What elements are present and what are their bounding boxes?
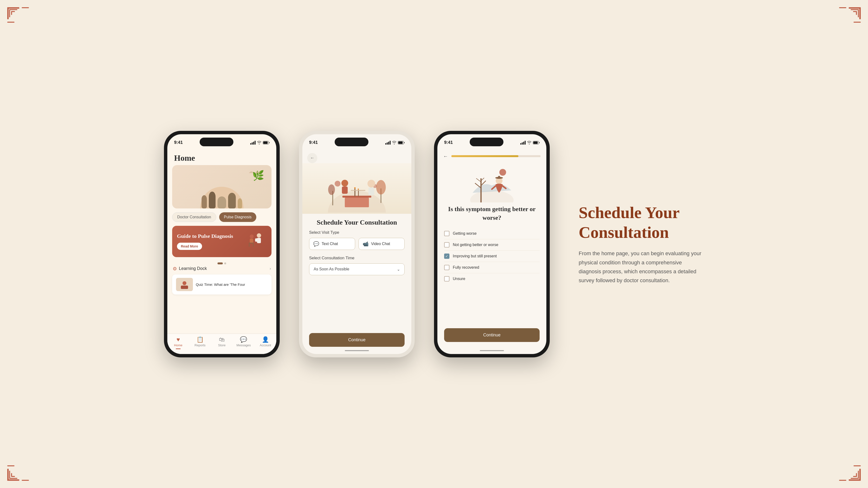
phone2-wifi-icon <box>392 141 396 144</box>
consultation-time-label: Select Consultation Time <box>309 256 405 261</box>
corner-tr-decoration <box>830 5 863 38</box>
nav-home[interactable]: ♥ Home <box>167 337 189 349</box>
quiz-card[interactable]: Quiz Time: What are 'The Four <box>172 274 272 294</box>
battery-icon <box>263 141 270 144</box>
svg-rect-12 <box>850 9 859 10</box>
phone3-dynamic-island <box>470 138 503 146</box>
messages-nav-icon: 💬 <box>240 337 247 343</box>
nav-messages[interactable]: 💬 Messages <box>233 337 254 349</box>
phone-3-screen: 9:41 <box>437 134 546 354</box>
svg-rect-11 <box>839 7 846 8</box>
guide-title: Guide to Pulse Diagnosis <box>177 233 241 240</box>
svg-rect-26 <box>854 465 861 466</box>
option-not-getting-better[interactable]: Not getting better or worse <box>444 239 539 251</box>
svg-rect-21 <box>9 478 18 479</box>
progress-bar-container: ← <box>437 150 546 159</box>
dot-1 <box>217 262 223 264</box>
phone3-battery-icon <box>533 141 539 144</box>
vase-4 <box>228 193 236 208</box>
svg-rect-1 <box>7 7 9 19</box>
learning-dock-more[interactable]: › <box>270 266 271 271</box>
svg-rect-10 <box>854 22 861 23</box>
hero-vases <box>202 192 242 208</box>
video-chat-label: Video Chat <box>371 242 390 246</box>
svg-rect-25 <box>859 469 861 481</box>
quiz-thumb-svg <box>176 278 193 291</box>
svg-rect-48 <box>181 286 188 289</box>
phone2-bottom-area: Continue <box>309 333 405 347</box>
phone-3-mockup: 9:41 <box>434 131 550 357</box>
phone-1-screen: 9:41 <box>167 134 276 354</box>
svg-rect-19 <box>22 480 29 481</box>
quiz-title: Quiz Time: What are 'The Four <box>196 283 245 287</box>
phone3-signal-icon <box>520 141 526 144</box>
checkbox-not-getting-better[interactable] <box>444 242 450 248</box>
phone2-continue-button[interactable]: Continue <box>309 333 405 347</box>
svg-point-62 <box>335 181 340 187</box>
phone2-status-icons <box>385 141 405 144</box>
text-chat-button[interactable]: 💬 Text Chat <box>309 238 355 250</box>
svg-rect-40 <box>255 238 257 242</box>
consultation-form: Select Visit Type 💬 Text Chat 📹 Video Ch… <box>302 230 411 275</box>
visit-type-row: 💬 Text Chat 📹 Video Chat <box>309 238 405 250</box>
description-area: Schedule YourConsultation From the home … <box>569 203 704 285</box>
svg-rect-50 <box>387 142 388 144</box>
page-indicator <box>167 261 276 266</box>
phone2-battery-icon <box>398 141 405 144</box>
nav-store[interactable]: 🛍 Store <box>211 337 233 349</box>
svg-rect-31 <box>853 476 857 477</box>
phone3-continue-button[interactable]: Continue <box>444 328 539 342</box>
options-list: Getting worse Not getting better or wors… <box>437 228 546 284</box>
reports-nav-label: Reports <box>194 344 206 347</box>
video-chat-button[interactable]: 📹 Video Chat <box>359 238 405 250</box>
dock-icon: ⚙ <box>173 266 177 271</box>
hero-banner: 🌿 ☁ ☁ <box>172 165 272 208</box>
account-nav-label: Account <box>260 344 271 347</box>
quiz-thumbnail <box>176 278 193 291</box>
bottom-nav: ♥ Home 📋 Reports 🛍 Store 💬 Messages <box>167 333 276 354</box>
svg-rect-42 <box>250 238 253 243</box>
active-indicator <box>176 349 181 349</box>
nav-account[interactable]: 👤 Account <box>255 337 276 349</box>
nav-reports[interactable]: 📋 Reports <box>189 337 211 349</box>
vase-5 <box>238 198 242 208</box>
vase-1 <box>202 195 207 208</box>
option-improving[interactable]: ✓ Improving but still present <box>444 251 539 262</box>
svg-rect-8 <box>849 7 861 9</box>
svg-point-80 <box>499 169 506 176</box>
phone1-header: Home <box>167 150 276 165</box>
option-unsure[interactable]: Unsure <box>444 273 539 284</box>
store-nav-label: Store <box>218 344 225 347</box>
cloud-decoration: ☁ ☁ <box>249 168 259 174</box>
svg-rect-52 <box>390 141 391 144</box>
checkbox-unsure[interactable] <box>444 276 450 282</box>
vase-3 <box>217 196 226 208</box>
checkbox-improving[interactable]: ✓ <box>444 254 450 259</box>
svg-rect-67 <box>342 187 348 194</box>
video-chat-icon: 📹 <box>363 241 369 247</box>
svg-rect-57 <box>345 198 369 207</box>
time-select-dropdown[interactable]: As Soon As Possible ⌄ <box>309 263 405 275</box>
svg-rect-65 <box>368 188 374 195</box>
svg-rect-9 <box>859 7 861 19</box>
signal-icon <box>250 141 255 144</box>
option-fully-recovered[interactable]: Fully recovered <box>444 262 539 273</box>
option-label-getting-worse: Getting worse <box>453 231 477 236</box>
svg-point-66 <box>341 180 348 187</box>
guide-read-more-button[interactable]: Read More <box>177 243 202 250</box>
back-button[interactable]: ← <box>307 153 317 163</box>
phone3-back-button[interactable]: ← <box>443 154 448 159</box>
svg-rect-24 <box>849 479 861 481</box>
phone-1-mockup: 9:41 <box>164 131 280 357</box>
phone3-status-bar: 9:41 <box>437 134 546 150</box>
svg-point-60 <box>354 187 355 189</box>
messages-nav-label: Messages <box>237 344 251 347</box>
reports-nav-icon: 📋 <box>196 337 204 343</box>
svg-rect-73 <box>520 143 521 144</box>
checkbox-getting-worse[interactable] <box>444 231 450 236</box>
doctor-consultation-tab[interactable]: Doctor Consultation <box>172 212 216 222</box>
option-getting-worse[interactable]: Getting worse <box>444 228 539 239</box>
pulse-diagnosis-tab[interactable]: Pulse Diagnosis <box>219 212 256 222</box>
checkbox-fully-recovered[interactable] <box>444 265 450 270</box>
account-nav-icon: 👤 <box>262 337 269 343</box>
